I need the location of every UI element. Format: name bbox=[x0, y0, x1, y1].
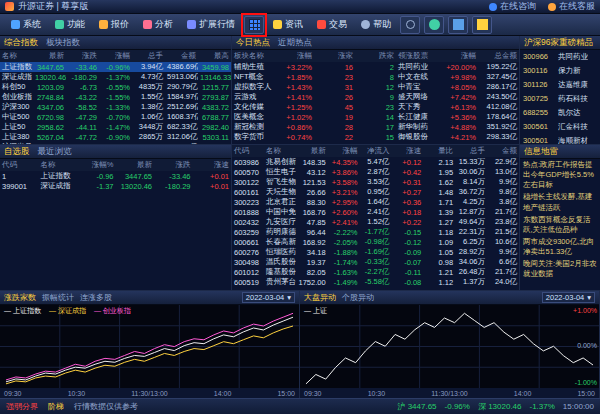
quote-grid-button[interactable] bbox=[244, 16, 264, 34]
screen-icon bbox=[453, 19, 464, 30]
table-row[interactable]: 600161天坛生物26.66+3.21%0.95亿+0.271.4836.72… bbox=[232, 187, 519, 197]
table-row[interactable]: 603986兆易创新148.35+4.35%5.47亿+0.122.1315.3… bbox=[232, 157, 519, 167]
menu-help[interactable]: 帮助 bbox=[354, 14, 398, 35]
list-item[interactable]: 300561汇金科技 bbox=[520, 120, 600, 134]
fullscreen-button[interactable] bbox=[448, 16, 468, 34]
time-label: 11:30/13:00 bbox=[131, 390, 167, 397]
status-value: 沪 3447.65 bbox=[397, 402, 436, 411]
status-ladder[interactable]: 阶梯 bbox=[48, 401, 64, 412]
menu-bar: 系统功能报价分析扩展行情资讯交易帮助 bbox=[0, 14, 600, 36]
list-item[interactable]: 300725药石科技 bbox=[520, 92, 600, 106]
table-row[interactable]: 601012隆基股份82.05-1.63%-2.27亿-0.111.2126.4… bbox=[232, 267, 519, 277]
news-panel: 信息地雷 热点:政府工作报告提出今年GDP增长5.5%左右目标稳增长主线发酵,基… bbox=[520, 145, 600, 290]
chart-tab[interactable]: 振幅统计 bbox=[42, 292, 74, 303]
table-row[interactable]: 399001深证成指-1.3713020.46-180.29+0.01 bbox=[0, 181, 231, 191]
table-row[interactable]: 1上证指数-0.963447.65-33.46+0.01 bbox=[0, 171, 231, 181]
table-row[interactable]: 上证502958.62-44.11-1.47%3448万682.33亿2982.… bbox=[0, 122, 231, 132]
app-logo-icon bbox=[5, 2, 14, 11]
list-item[interactable]: 300116保力新 bbox=[520, 64, 600, 78]
left-chart-plot[interactable]: — 上证指数— 深证成指— 创业板指 bbox=[0, 305, 299, 388]
table-row[interactable]: 文化传媒+1.25%4523天下秀+6.13%412.08亿 bbox=[232, 102, 519, 112]
list-item[interactable]: 300501海顺新材 bbox=[520, 134, 600, 144]
table-row[interactable]: 603259药明康德96.44-2.22%-1.77亿-0.151.1822.3… bbox=[232, 227, 519, 237]
table-row[interactable]: 新冠检测+0.86%2817新华制药+4.88%351.92亿 bbox=[232, 122, 519, 132]
tab-recent-hot[interactable]: 近期热点 bbox=[278, 37, 312, 49]
table-row[interactable]: 300498温氏股份19.37-1.74%-0.33亿-0.070.9834.0… bbox=[232, 257, 519, 267]
refresh-button[interactable] bbox=[424, 16, 444, 34]
status-value: -0.96% bbox=[445, 402, 470, 411]
table-row[interactable]: 沪深当月4495.4-47.4-1.05%72018923.79亿4503.8 bbox=[0, 142, 231, 144]
market-breadth-chart-panel: 涨跌家数振幅统计连涨多股 2022-03-04▾ — 上证指数— 深证成指— 创… bbox=[0, 291, 300, 398]
extq-icon bbox=[187, 20, 196, 29]
status-value: -1.37% bbox=[530, 402, 555, 411]
time-label: 14:00 bbox=[214, 390, 232, 397]
table-row[interactable]: 601888中国中免168.76+2.60%2.41亿+0.181.3912.8… bbox=[232, 207, 519, 217]
menu-function[interactable]: 功能 bbox=[48, 14, 92, 35]
tab-watchlist[interactable]: 自选股 bbox=[4, 146, 30, 158]
table-row[interactable]: 医美概念+1.02%1914长江健康+5.36%178.64亿 bbox=[232, 112, 519, 122]
featured-panel-title: 沪深96家重磅精品 bbox=[524, 37, 593, 49]
table-row[interactable]: 深证成指13020.46-180.29-1.37%4.73亿5913.06亿13… bbox=[0, 72, 231, 82]
table-row[interactable]: 上证3805267.04-47.72-0.90%2865万312.06亿5303… bbox=[0, 132, 231, 142]
tab-today-hot[interactable]: 今日热点 bbox=[236, 37, 270, 49]
table-row[interactable]: 600276恒瑞医药34.18-1.88%-1.69亿-0.091.0528.9… bbox=[232, 247, 519, 257]
tab-sector-index[interactable]: 板块指数 bbox=[46, 37, 80, 49]
menu-quote[interactable]: 报价 bbox=[92, 14, 136, 35]
news-line: 热点:政府工作报告提出今年GDP增长5.5%左右目标 bbox=[520, 159, 600, 191]
online-service-link[interactable]: 在线客服 bbox=[548, 0, 595, 13]
table-row[interactable]: 沪深3004347.06-58.52-1.33%1.38亿2512.69亿438… bbox=[0, 102, 231, 112]
status-strength-divide[interactable]: 强弱分界 bbox=[6, 401, 38, 412]
table-row[interactable]: 虚拟数字人+1.43%3112中青宝+8.05%286.17亿 bbox=[232, 82, 519, 92]
chart-tab[interactable]: 涨跌家数 bbox=[4, 292, 36, 303]
trade-icon bbox=[317, 20, 326, 29]
left-chart-date-select[interactable]: 2022-03-04▾ bbox=[242, 292, 295, 303]
table-row[interactable]: 600570恒生电子43.12+3.86%2.87亿+0.421.9530.06… bbox=[232, 167, 519, 177]
table-row[interactable]: 云游戏+1.41%269盛天网络+7.42%243.50亿 bbox=[232, 92, 519, 102]
online-consult-label: 在线咨询 bbox=[500, 0, 536, 13]
news-line: 晚间关注:美国2月非农就业数据 bbox=[520, 258, 600, 280]
menu-ext-quote[interactable]: 扩展行情 bbox=[180, 14, 242, 35]
time-label: 15:00 bbox=[577, 390, 595, 397]
menu-news[interactable]: 资讯 bbox=[266, 14, 310, 35]
table-row[interactable]: 数字货币+0.74%2215御银股份+4.21%298.33亿 bbox=[232, 132, 519, 142]
table-row[interactable]: 上证指数3447.65-33.46-0.96%3.94亿4386.69亿3459… bbox=[0, 62, 231, 72]
table-row[interactable]: 辅助生殖+3.22%162共同药业+20.00%195.22亿 bbox=[232, 62, 519, 72]
chart-tab[interactable]: 个股异动 bbox=[342, 292, 374, 303]
index-intraday-chart-panel: 大盘异动个股异动 2022-03-04▾ — 上证+1.00%0.00%-1.0… bbox=[300, 291, 600, 398]
online-consult-link[interactable]: 在线咨询 bbox=[489, 0, 536, 13]
table-row[interactable]: 创业板指2748.84-43.22-1.55%1.55亿1584.97亿2793… bbox=[0, 92, 231, 102]
tab-recently-viewed[interactable]: 最近浏览 bbox=[38, 146, 72, 158]
table-row[interactable]: NFT概念+1.85%238中文在线+9.98%327.45亿 bbox=[232, 72, 519, 82]
table-row[interactable]: 300223北京君正88.30+2.95%1.64亿+0.361.714.25万… bbox=[232, 197, 519, 207]
time-label: 14:00 bbox=[514, 390, 532, 397]
menu-trade[interactable]: 交易 bbox=[310, 14, 354, 35]
menu-analysis[interactable]: 分析 bbox=[136, 14, 180, 35]
favorite-button[interactable] bbox=[472, 16, 492, 34]
table-row[interactable]: 中证5006720.98-47.29-0.70%1.06亿1608.37亿678… bbox=[0, 112, 231, 122]
star-icon bbox=[477, 19, 488, 30]
list-item[interactable]: 688255凯尔达 bbox=[520, 106, 600, 120]
tab-composite-index[interactable]: 综合指数 bbox=[4, 37, 38, 49]
list-item[interactable]: 300966共同药业 bbox=[520, 50, 600, 64]
menu-system[interactable]: 系统 bbox=[4, 14, 48, 35]
online-service-label: 在线客服 bbox=[559, 0, 595, 13]
chart-tab[interactable]: 大盘异动 bbox=[304, 292, 336, 303]
right-chart-plot[interactable]: — 上证+1.00%0.00%-1.00% bbox=[300, 305, 599, 388]
table-row[interactable]: 000661长春高新168.92-2.05%-0.98亿-0.121.096.2… bbox=[232, 237, 519, 247]
chart-tab[interactable]: 连涨多股 bbox=[80, 292, 112, 303]
search-button[interactable] bbox=[400, 16, 420, 34]
status-ticker: 行情数据仅供参考 bbox=[74, 401, 138, 412]
search-icon bbox=[406, 20, 415, 29]
table-row[interactable]: 科创501203.09-6.73-0.55%4835万290.79亿1215.7… bbox=[0, 82, 231, 92]
app-title: 升源证券 | 尊享版 bbox=[18, 0, 88, 13]
chevron-down-icon: ▾ bbox=[287, 293, 291, 302]
right-chart-date-select[interactable]: 2022-03-04▾ bbox=[542, 292, 595, 303]
table-row[interactable]: 600519贵州茅台1752.00-1.49%-5.58亿-0.081.121.… bbox=[232, 277, 519, 287]
table-row[interactable]: 300122智飞生物121.53+3.58%3.53亿+0.311.628.14… bbox=[232, 177, 519, 187]
composite-index-panel: 综合指数 板块指数 名称最新涨跌涨幅总手金额最高上证指数3447.65-33.4… bbox=[0, 36, 232, 144]
movers-panel: 代码名称最新涨幅净流入涨速量比总手金额603986兆易创新148.35+4.35… bbox=[232, 145, 520, 290]
chevron-down-icon: ▾ bbox=[587, 293, 591, 302]
table-row[interactable]: 002432九安医疗47.85+2.41%1.52亿+0.221.2749.64… bbox=[232, 217, 519, 227]
right-chart-time-axis: 09:3010:3011:30/13:0014:0015:00 bbox=[300, 388, 599, 398]
list-item[interactable]: 301126达嘉维康 bbox=[520, 78, 600, 92]
